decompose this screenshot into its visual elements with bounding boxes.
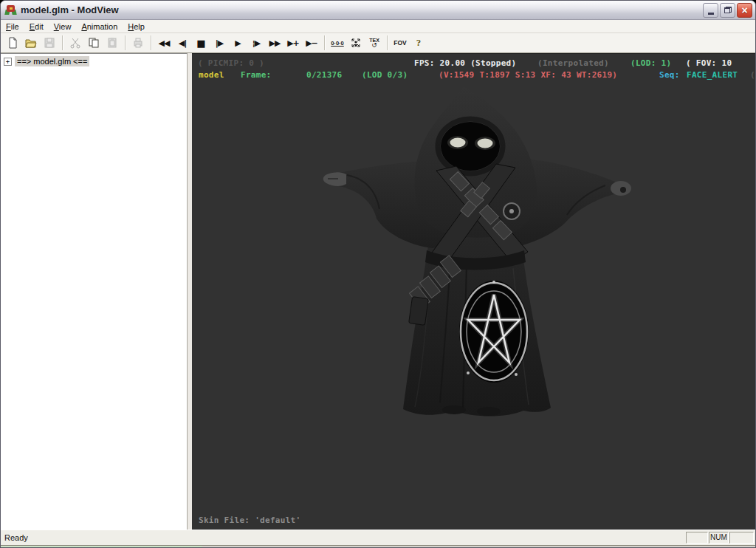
- toolbar-separator: [387, 35, 388, 50]
- model-viewport[interactable]: ( PICMIP: 0 ) FPS: 20.00 (Stopped) (Inte…: [192, 53, 755, 530]
- hud-seq-label: Seq:: [659, 70, 680, 80]
- origin-icon: 0·0·0: [331, 40, 344, 47]
- center-model-button[interactable]: [347, 35, 365, 51]
- main-area: + ==> model.glm <== ( PICMIP: 0 ) FPS: 2…: [1, 53, 755, 530]
- new-file-icon: [7, 37, 18, 49]
- play-marked-button[interactable]: ¦▶: [247, 35, 265, 51]
- step-forward-icon: |▶: [216, 39, 223, 47]
- hud-interpolated: (Interpolated): [537, 58, 609, 68]
- help-question-icon: ?: [416, 37, 422, 49]
- tree-item-label[interactable]: ==> model.glm <==: [15, 56, 89, 66]
- fov-icon: FOV: [394, 39, 406, 47]
- tree-item-model[interactable]: + ==> model.glm <==: [4, 56, 187, 66]
- hud-skin-file: Skin File: 'default': [199, 516, 300, 525]
- title-bar[interactable]: model.glm - ModView ×: [1, 1, 755, 20]
- speed-up-button[interactable]: ▶+: [284, 35, 302, 51]
- speed-down-button[interactable]: ▶−: [303, 35, 320, 51]
- cut-scissors-icon: [69, 37, 81, 49]
- menu-edit[interactable]: Edit: [24, 20, 49, 33]
- pentagram-emblem: [459, 281, 529, 383]
- paste-button[interactable]: [103, 35, 121, 51]
- model-tree-panel: + ==> model.glm <==: [1, 53, 188, 530]
- paste-clipboard-icon: [106, 37, 118, 49]
- menu-file[interactable]: File: [1, 20, 24, 33]
- toolbar-separator: [125, 35, 126, 50]
- hud-frame-label: Frame:: [241, 70, 272, 80]
- rewind-icon: ◀◀: [159, 39, 170, 47]
- status-pane-empty-2: [729, 532, 754, 544]
- window-title: model.glm - ModView: [21, 4, 703, 16]
- fov-button[interactable]: FOV: [391, 35, 409, 51]
- status-bar: Ready NUM: [1, 530, 755, 545]
- open-button[interactable]: [22, 35, 40, 51]
- menu-animation[interactable]: Animation: [76, 20, 123, 33]
- fast-forward-button[interactable]: ▶▶: [266, 35, 284, 51]
- hud-picmip: ( PICMIP: 0 ): [198, 58, 264, 68]
- speed-down-icon: ▶−: [306, 39, 317, 47]
- hud-fps: FPS: 20.00 (Stopped): [414, 58, 516, 68]
- toolbar-separator: [151, 35, 152, 50]
- minimize-button[interactable]: [703, 3, 718, 18]
- new-button[interactable]: [4, 35, 21, 51]
- play-icon: ▶: [235, 39, 240, 47]
- fast-forward-icon: ▶▶: [269, 39, 281, 47]
- copy-icon: [88, 37, 100, 49]
- status-message: Ready: [2, 532, 680, 544]
- toolbar-separator: [324, 35, 326, 50]
- close-button[interactable]: ×: [737, 3, 752, 18]
- print-icon: [132, 37, 144, 49]
- toolbar: ◀◀ ◀| ■ |▶ ▶ ¦▶ ▶▶ ▶+ ▶− 0·0·0 TEX ↺ FOV…: [1, 33, 755, 53]
- toolbar-separator: [62, 35, 63, 50]
- model-render-jawa: [303, 76, 650, 423]
- step-forward-button[interactable]: |▶: [210, 35, 228, 51]
- print-button[interactable]: [129, 35, 147, 51]
- right-eye: [478, 139, 493, 148]
- minimize-icon: [708, 13, 714, 15]
- step-back-icon: ◀|: [179, 39, 186, 47]
- speed-up-icon: ▶+: [287, 39, 299, 47]
- play-marked-icon: ¦▶: [252, 39, 260, 47]
- save-button[interactable]: [41, 35, 58, 51]
- status-pane-empty-1: [686, 532, 708, 544]
- restore-button[interactable]: [720, 3, 735, 18]
- stop-icon: ■: [196, 38, 205, 48]
- left-eye: [450, 138, 466, 148]
- tree-expand-icon[interactable]: +: [4, 58, 12, 66]
- modview-window: model.glm - ModView × File Edit View Ani…: [0, 0, 756, 548]
- hud-fov: ( FOV: 10: [686, 58, 732, 68]
- hud-seq-trailing: (: [750, 70, 755, 80]
- stop-button[interactable]: ■: [192, 35, 210, 51]
- open-folder-icon: [25, 37, 37, 49]
- save-icon: [44, 37, 55, 49]
- restore-icon: [724, 7, 732, 13]
- menu-bar: File Edit View Animation Help: [1, 20, 755, 33]
- origin-toggle-button[interactable]: 0·0·0: [329, 35, 346, 51]
- play-button[interactable]: ▶: [229, 35, 247, 51]
- menu-view[interactable]: View: [49, 20, 77, 33]
- hud-model-name: model: [199, 70, 224, 80]
- window-bottom-edge: [1, 545, 755, 548]
- help-button[interactable]: ?: [410, 35, 427, 51]
- cut-button[interactable]: [66, 35, 84, 51]
- copy-button[interactable]: [85, 35, 103, 51]
- app-icon: [5, 4, 17, 16]
- close-icon: ×: [741, 5, 747, 16]
- menu-help[interactable]: Help: [123, 20, 150, 33]
- status-pane-num: NUM: [709, 532, 729, 544]
- rewind-button[interactable]: ◀◀: [155, 35, 173, 51]
- hud-seq-value: FACE_ALERT: [687, 70, 738, 80]
- reload-textures-button[interactable]: TEX ↺: [365, 35, 383, 51]
- step-back-button[interactable]: ◀|: [173, 35, 191, 51]
- hud-lod: (LOD: 1): [630, 58, 671, 68]
- reload-textures-icon: TEX ↺: [369, 38, 379, 49]
- center-arrows-icon: [350, 37, 362, 49]
